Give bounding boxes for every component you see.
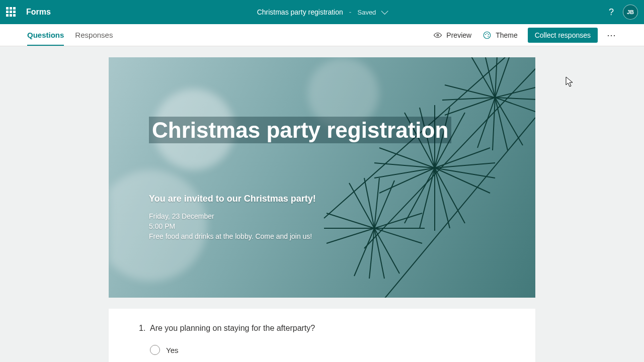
theme-label: Theme	[496, 31, 518, 39]
svg-point-0	[437, 34, 439, 36]
theme-button[interactable]: Theme	[482, 31, 518, 40]
svg-point-2	[485, 34, 486, 35]
option-row[interactable]: Yes	[150, 343, 505, 357]
radio-icon[interactable]	[150, 345, 160, 355]
svg-point-4	[488, 34, 489, 35]
desc-line-1: Friday, 23 December	[149, 211, 495, 221]
more-options-icon[interactable]: ⋯	[607, 30, 617, 41]
canvas-scroll[interactable]: Christmas party registration You are inv…	[0, 46, 644, 362]
option-label: Yes	[166, 346, 178, 354]
preview-button[interactable]: Preview	[433, 31, 471, 40]
collect-responses-button[interactable]: Collect responses	[528, 28, 598, 43]
question-text[interactable]: Are you planning on staying for the afte…	[150, 324, 315, 333]
document-title-group: Christmas party registration - Saved	[257, 8, 387, 16]
svg-point-1	[484, 32, 491, 39]
app-launcher-icon[interactable]	[6, 7, 16, 17]
app-name[interactable]: Forms	[26, 8, 51, 17]
svg-point-5	[488, 36, 489, 37]
tab-questions[interactable]: Questions	[27, 24, 64, 46]
form-title[interactable]: Christmas party registration	[149, 117, 451, 143]
preview-label: Preview	[446, 31, 471, 39]
eye-icon	[433, 31, 442, 40]
chevron-down-icon[interactable]	[381, 8, 388, 15]
app-bar: Forms Christmas party registration - Sav…	[0, 0, 644, 24]
help-icon[interactable]: ?	[609, 7, 614, 18]
form-canvas: Christmas party registration You are inv…	[0, 46, 644, 362]
svg-point-3	[487, 33, 488, 34]
form-header-image[interactable]: Christmas party registration You are inv…	[109, 57, 535, 298]
form-description[interactable]: Friday, 23 December 5:00 PM Free food an…	[149, 211, 495, 242]
save-status: Saved	[357, 9, 376, 16]
form-subtitle[interactable]: You are invited to our Christmas party!	[149, 194, 495, 204]
command-bar: Questions Responses Preview Theme Collec…	[0, 24, 644, 46]
desc-line-3: Free food and drinks at the lobby. Come …	[149, 231, 495, 241]
tab-responses[interactable]: Responses	[75, 24, 113, 46]
palette-icon	[482, 31, 492, 40]
document-title[interactable]: Christmas party registration	[257, 8, 343, 16]
user-avatar[interactable]: JB	[623, 5, 638, 20]
question-number: 1.	[139, 324, 150, 333]
question-card-1[interactable]: 1. Are you planning on staying for the a…	[109, 309, 535, 362]
desc-line-2: 5:00 PM	[149, 221, 495, 231]
